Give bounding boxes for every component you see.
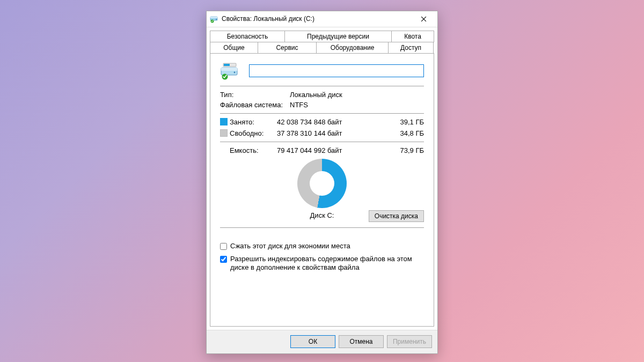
capacity-bytes: 79 417 044 992 байт <box>277 146 386 154</box>
free-swatch <box>220 129 228 137</box>
tabs: БезопасностьПредыдущие версииКвота Общие… <box>207 27 437 54</box>
divider <box>220 227 424 228</box>
svg-point-2 <box>216 19 217 20</box>
filesystem-label: Файловая система: <box>220 101 290 109</box>
divider <box>220 142 424 142</box>
usage-pie-chart <box>297 159 347 208</box>
svg-point-8 <box>234 71 236 73</box>
svg-rect-5 <box>224 64 230 66</box>
tab-квота[interactable]: Квота <box>391 31 434 42</box>
free-bytes: 37 378 310 144 байт <box>277 129 386 137</box>
window-title: Свойства: Локальный диск (C:) <box>222 15 413 23</box>
close-button[interactable] <box>413 11 434 26</box>
volume-label-input[interactable] <box>249 64 424 77</box>
free-label: Свободно: <box>230 129 277 137</box>
capacity-gb: 73,9 ГБ <box>386 146 424 154</box>
index-label[interactable]: Разрешить индексировать содержимое файло… <box>230 255 424 272</box>
compress-label[interactable]: Сжать этот диск для экономии места <box>230 242 350 250</box>
tab-сервис[interactable]: Сервис <box>258 42 317 54</box>
tab-общие[interactable]: Общие <box>210 42 258 54</box>
filesystem-value: NTFS <box>290 101 424 109</box>
divider <box>220 113 424 114</box>
svg-rect-7 <box>221 68 237 71</box>
used-label: Занято: <box>230 118 277 126</box>
compress-checkbox[interactable] <box>220 243 227 250</box>
free-gb: 34,8 ГБ <box>386 129 424 137</box>
titlebar: Свойства: Локальный диск (C:) <box>207 11 437 27</box>
type-value: Локальный диск <box>290 91 424 99</box>
properties-dialog: Свойства: Локальный диск (C:) Безопаснос… <box>206 11 438 354</box>
chart-label: Диск C: <box>310 211 334 219</box>
disk-cleanup-button[interactable]: Очистка диска <box>369 210 424 222</box>
type-label: Тип: <box>220 91 290 99</box>
cancel-button[interactable]: Отмена <box>339 335 384 348</box>
drive-icon-large <box>220 61 239 80</box>
tab-доступ[interactable]: Доступ <box>388 42 434 54</box>
used-swatch <box>220 118 228 125</box>
dialog-footer: ОК Отмена Применить <box>207 330 437 353</box>
tab-безопасность[interactable]: Безопасность <box>210 31 285 42</box>
tab-оборудование[interactable]: Оборудование <box>316 42 389 54</box>
used-bytes: 42 038 734 848 байт <box>277 118 386 126</box>
tab-предыдущие-версии[interactable]: Предыдущие версии <box>284 31 392 42</box>
tab-panel-general: Тип: Локальный диск Файловая система: NT… <box>210 53 434 327</box>
drive-icon <box>210 14 218 23</box>
used-gb: 39,1 ГБ <box>386 118 424 126</box>
index-checkbox[interactable] <box>220 256 227 263</box>
apply-button[interactable]: Применить <box>387 335 432 348</box>
divider <box>220 86 424 86</box>
capacity-label: Емкость: <box>230 146 277 154</box>
svg-rect-1 <box>210 17 217 18</box>
ok-button[interactable]: ОК <box>290 335 335 348</box>
